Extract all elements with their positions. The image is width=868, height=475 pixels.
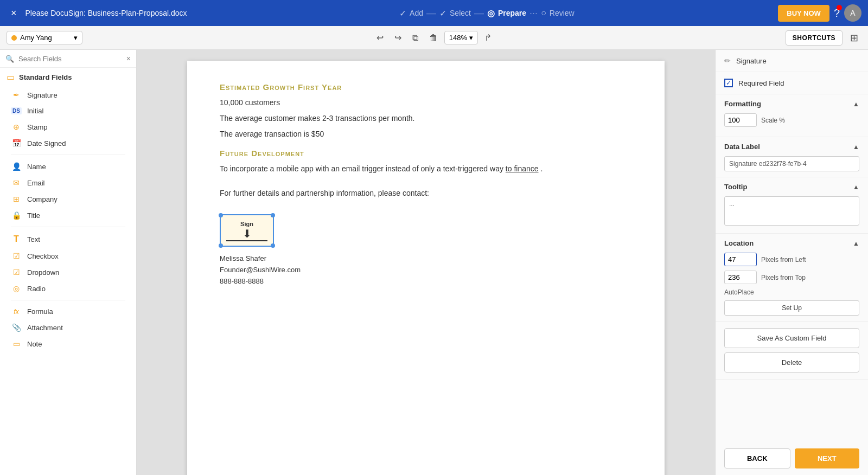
dropdown-field-icon: ☑ [11, 268, 22, 277]
data-label-input[interactable] [724, 156, 859, 171]
step-select[interactable]: ✓ Select [439, 8, 471, 18]
delete-button-right[interactable]: Delete [724, 352, 859, 373]
step-add[interactable]: ✓ Add [399, 8, 423, 18]
attachment-field-label: Attachment [27, 324, 63, 332]
formula-field-label: Formula [27, 307, 53, 316]
field-text[interactable]: T Text [7, 230, 130, 248]
required-field-label: Required Field [738, 79, 784, 87]
location-title: Location [724, 239, 754, 247]
signature-label: Signature [736, 57, 767, 65]
help-button[interactable]: ? [834, 7, 840, 20]
signer-dot [11, 35, 17, 41]
field-signature[interactable]: ✒ Signature [7, 87, 130, 103]
step-prepare[interactable]: ◎ Prepare [487, 8, 526, 18]
sig-corner-tr [271, 213, 275, 217]
signature-type-section: ✏ Signature [716, 50, 868, 72]
signature-field-container[interactable]: Sign ⬇ [220, 214, 274, 247]
content-area[interactable]: Estimated Growth First Year 10,000 custo… [137, 50, 715, 475]
field-radio[interactable]: ◎ Radio [7, 280, 130, 297]
data-label-section: Data Label ▲ [716, 137, 868, 177]
field-attachment[interactable]: 📎 Attachment [7, 319, 130, 336]
required-field-checkbox[interactable]: ✓ [724, 79, 733, 87]
signer-dropdown-icon: ▾ [74, 34, 78, 42]
sig-bottom-line [226, 240, 267, 241]
field-name[interactable]: 👤 Name [7, 158, 130, 175]
field-formula[interactable]: fx Formula [7, 304, 130, 319]
fields-section: ▭ Standard Fields ✒ Signature DS Initial… [0, 68, 136, 356]
field-checkbox[interactable]: ☑ Checkbox [7, 248, 130, 264]
data-label-chevron-icon: ▲ [853, 143, 859, 151]
shortcuts-button[interactable]: SHORTCUTS [786, 30, 843, 46]
field-dropdown[interactable]: ☑ Dropdown [7, 264, 130, 280]
stamp-field-label: Stamp [27, 123, 48, 131]
signer-select[interactable]: Amy Yang ▾ [7, 31, 82, 44]
step-review[interactable]: ○ Review [541, 8, 575, 18]
pixels-left-label: Pixels from Left [761, 256, 806, 264]
prepare-step-icon: ◎ [487, 8, 495, 18]
search-clear-icon[interactable]: × [126, 54, 131, 63]
pages-icon-button[interactable]: ⊞ [847, 29, 861, 47]
initial-field-icon: DS [11, 107, 22, 114]
contact-info: Melissa Shafer Founder@SushiWire.com 888… [220, 253, 632, 287]
checkbox-field-icon: ☑ [11, 252, 22, 260]
location-header[interactable]: Location ▲ [724, 239, 859, 247]
formatting-header[interactable]: Formatting ▲ [724, 100, 859, 108]
required-field-row[interactable]: ✓ Required Field [724, 79, 859, 87]
location-chevron-icon: ▲ [853, 240, 859, 247]
pixels-top-input[interactable] [724, 271, 757, 284]
date-signed-field-icon: 📅 [11, 139, 22, 147]
add-step-icon: ✓ [399, 8, 406, 18]
save-as-custom-field-button[interactable]: Save As Custom Field [724, 328, 859, 348]
select-step-icon: ✓ [439, 8, 446, 18]
next-button[interactable]: NEXT [795, 448, 860, 468]
formatting-chevron-icon: ▲ [853, 100, 859, 108]
pixels-top-label: Pixels from Top [761, 274, 806, 281]
fields-divider-2 [11, 227, 125, 227]
field-date-signed[interactable]: 📅 Date Signed [7, 135, 130, 151]
field-initial[interactable]: DS Initial [7, 103, 130, 119]
date-signed-field-label: Date Signed [27, 139, 66, 147]
redo-button[interactable]: ↪ [390, 29, 406, 46]
right-sidebar: ✏ Signature ✓ Required Field Formatting … [715, 50, 868, 475]
pixels-left-input[interactable] [724, 253, 757, 266]
copy-button[interactable]: ⧉ [408, 30, 423, 46]
right-bottom-actions: Save As Custom Field Delete [716, 322, 868, 380]
back-button[interactable]: BACK [724, 448, 790, 468]
zoom-select[interactable]: 148% ▾ [444, 31, 478, 44]
field-email[interactable]: ✉ Email [7, 175, 130, 191]
field-title[interactable]: 🔒 Title [7, 207, 130, 223]
formula-field-icon: fx [11, 308, 22, 316]
next-page-button[interactable]: ↱ [480, 29, 496, 46]
data-label-header[interactable]: Data Label ▲ [724, 143, 859, 151]
tooltip-header[interactable]: Tooltip ▲ [724, 183, 859, 191]
field-stamp[interactable]: ⊕ Stamp [7, 119, 130, 135]
dropdown-field-label: Dropdown [27, 268, 59, 277]
tooltip-input[interactable] [724, 196, 859, 226]
top-nav: × Please DocuSign: Business-Plan-Proposa… [0, 0, 868, 26]
zoom-dropdown-icon: ▾ [469, 34, 473, 42]
toolbar: Amy Yang ▾ ↩ ↪ ⧉ 🗑 148% ▾ ↱ SHORTCUTS ⊞ [0, 26, 868, 50]
divider-2: — [474, 8, 484, 19]
field-company[interactable]: ⊞ Company [7, 191, 130, 207]
tooltip-title: Tooltip [724, 183, 747, 191]
doc-para-3: The average transaction is $50 [220, 129, 632, 140]
close-button[interactable]: × [7, 5, 21, 21]
setup-button[interactable]: Set Up [724, 300, 859, 316]
attachment-field-icon: 📎 [11, 323, 22, 332]
fields-divider-1 [11, 155, 125, 155]
doc-para-2: The average customer makes 2-3 transacti… [220, 113, 632, 124]
buy-now-button[interactable]: BUY NOW [778, 5, 829, 22]
note-field-label: Note [27, 340, 42, 348]
delete-button[interactable]: 🗑 [425, 30, 442, 46]
signature-field[interactable]: Sign ⬇ [220, 214, 274, 247]
scale-input[interactable] [724, 113, 757, 127]
section-icon: ▭ [7, 72, 15, 82]
divider-1: — [426, 8, 436, 19]
note-field-icon: ▭ [11, 339, 22, 348]
field-note[interactable]: ▭ Note [7, 336, 130, 352]
undo-button[interactable]: ↩ [372, 29, 388, 46]
search-input[interactable] [18, 55, 122, 63]
nav-steps: ✓ Add — ✓ Select — ◎ Prepare ··· ○ Revie… [200, 8, 774, 19]
tooltip-chevron-icon: ▲ [853, 183, 859, 191]
scale-label: Scale % [761, 117, 785, 124]
